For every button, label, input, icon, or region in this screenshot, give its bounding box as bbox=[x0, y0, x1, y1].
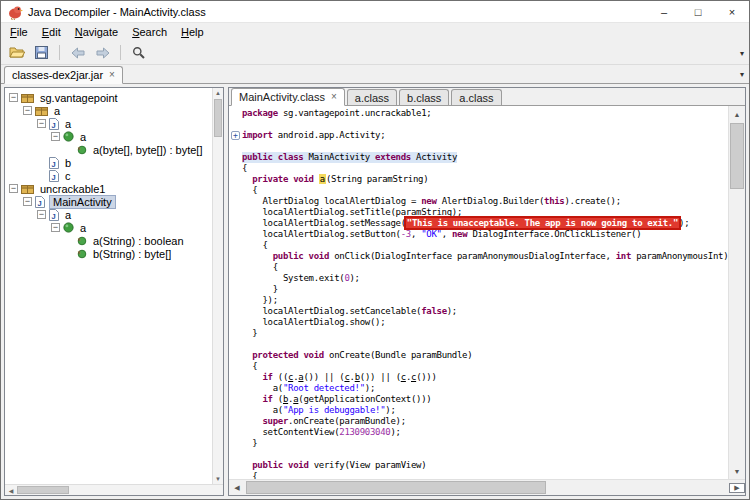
package-icon bbox=[21, 184, 34, 194]
scroll-up-icon[interactable]: ▲ bbox=[213, 90, 223, 96]
fold-toggle-icon[interactable]: + bbox=[231, 131, 240, 140]
tree-node-a[interactable]: −a bbox=[5, 104, 212, 117]
code-text: import android.app.Activity; bbox=[242, 130, 385, 141]
code-text: setContentView(2130903040); bbox=[242, 427, 401, 438]
toolbar-separator bbox=[120, 45, 121, 60]
editor-tab-a-class-1[interactable]: a.class bbox=[347, 89, 397, 105]
jar-tab[interactable]: classes-dex2jar.jar × bbox=[4, 66, 123, 84]
collapse-toggle-icon[interactable]: − bbox=[37, 210, 46, 219]
collapse-toggle-icon[interactable]: − bbox=[23, 197, 32, 206]
collapse-toggle-icon[interactable]: − bbox=[23, 106, 32, 115]
code-line-17: } bbox=[229, 284, 728, 295]
minimize-button[interactable]: – bbox=[647, 1, 681, 22]
package-icon bbox=[21, 93, 34, 103]
title-bar: Java Decompiler - MainActivity.class – □… bbox=[1, 1, 749, 23]
code-text: a("Root detected!"); bbox=[242, 383, 375, 394]
tree-scroll-thumb[interactable] bbox=[214, 99, 222, 137]
forward-icon[interactable] bbox=[91, 43, 114, 63]
menu-edit[interactable]: Edit bbox=[35, 24, 68, 40]
svg-text:J: J bbox=[51, 120, 55, 129]
code-line-2 bbox=[229, 119, 728, 130]
code-horizontal-scrollbar[interactable]: ◀ ▶ bbox=[229, 479, 745, 495]
fold-gutter bbox=[229, 218, 242, 229]
open-folder-icon[interactable] bbox=[5, 43, 28, 63]
tree-horizontal-scrollbar[interactable]: ◀ bbox=[5, 484, 223, 495]
collapse-toggle-icon[interactable]: − bbox=[51, 223, 60, 232]
code-text: super.onCreate(paramBundle); bbox=[242, 416, 406, 427]
package-tree: −sg.vantagepoint−a−Ja−asa(byte[], byte[]… bbox=[5, 88, 212, 484]
tree-node-c[interactable]: Jc bbox=[5, 169, 212, 182]
svg-text:J: J bbox=[37, 198, 41, 207]
classfile-icon: J bbox=[49, 170, 59, 182]
collapse-toggle-icon[interactable]: − bbox=[9, 184, 18, 193]
editor-tab-mainactivity-class-0[interactable]: MainActivity.class× bbox=[231, 88, 345, 106]
fold-gutter bbox=[229, 339, 242, 350]
code-hscroll-thumb[interactable] bbox=[246, 481, 546, 494]
code-line-20: localAlertDialog.show(); bbox=[229, 317, 728, 328]
jar-tab-close-icon[interactable]: × bbox=[109, 70, 115, 80]
scroll-left-icon[interactable]: ◀ bbox=[6, 487, 16, 494]
code-line-1: package sg.vantagepoint.uncrackable1; bbox=[229, 108, 728, 119]
tree-node-mainactivity[interactable]: −JMainActivity bbox=[5, 195, 212, 208]
code-line-26: a("Root detected!"); bbox=[229, 383, 728, 394]
tree-node-b[interactable]: Jb bbox=[5, 156, 212, 169]
code-line-16: System.exit(0); bbox=[229, 273, 728, 284]
jar-bar-overflow-icon[interactable]: ▾ bbox=[740, 70, 744, 79]
code-text: localAlertDialog.show(); bbox=[242, 317, 385, 328]
editor-tab-a-class-3[interactable]: a.class bbox=[451, 89, 501, 105]
fold-gutter bbox=[229, 306, 242, 317]
tree-node-uncrackable1[interactable]: −uncrackable1 bbox=[5, 182, 212, 195]
tree-hscroll-thumb[interactable] bbox=[17, 486, 69, 494]
tree-node-a[interactable]: −a bbox=[5, 130, 212, 143]
fold-gutter bbox=[229, 394, 242, 405]
code-vertical-scrollbar[interactable]: ▲ ▼ bbox=[728, 106, 745, 479]
tree-node-a[interactable]: −Ja bbox=[5, 117, 212, 130]
code-line-3: +import android.app.Activity; bbox=[229, 130, 728, 141]
scroll-right-icon[interactable]: ▶ bbox=[729, 483, 745, 493]
tree-node-b-string-byte[interactable]: sb(String) : byte[] bbox=[5, 247, 212, 260]
tree-vertical-scrollbar[interactable]: ▲ ▼ bbox=[212, 88, 223, 484]
tree-node-a[interactable]: −a bbox=[5, 221, 212, 234]
collapse-toggle-icon[interactable]: − bbox=[37, 119, 46, 128]
fold-gutter bbox=[229, 405, 242, 416]
editor-tab-bar: MainActivity.class×a.classb.classa.class bbox=[229, 88, 745, 106]
menu-navigate[interactable]: Navigate bbox=[68, 24, 125, 40]
tree-node-label: sg.vantagepoint bbox=[38, 92, 120, 104]
tree-node-a[interactable]: −Ja bbox=[5, 208, 212, 221]
red-annotation-highlight: "This is unacceptable. The app is now go… bbox=[406, 218, 679, 228]
menu-help[interactable]: Help bbox=[174, 24, 211, 40]
code-line-7: private void a(String paramString) bbox=[229, 174, 728, 185]
save-icon[interactable] bbox=[30, 43, 53, 63]
editor-tab-label: MainActivity.class bbox=[239, 91, 325, 103]
code-text: AlertDialog localAlertDialog = new Alert… bbox=[242, 196, 621, 207]
maximize-button[interactable]: □ bbox=[681, 1, 715, 22]
fold-gutter bbox=[229, 295, 242, 306]
toolbar-overflow-icon[interactable]: ▾ bbox=[740, 48, 744, 57]
scroll-left-icon[interactable]: ◀ bbox=[229, 484, 245, 492]
main-area: −sg.vantagepoint−a−Ja−asa(byte[], byte[]… bbox=[1, 84, 749, 499]
code-text: System.exit(0); bbox=[242, 273, 360, 284]
collapse-toggle-icon[interactable]: − bbox=[9, 93, 18, 102]
collapse-toggle-icon[interactable]: − bbox=[51, 132, 60, 141]
tree-node-a-byte-byte-byte[interactable]: sa(byte[], byte[]) : byte[] bbox=[5, 143, 212, 156]
tree-node-sg-vantagepoint[interactable]: −sg.vantagepoint bbox=[5, 91, 212, 104]
search-icon[interactable] bbox=[127, 43, 150, 63]
tree-node-a-string-boolean[interactable]: sa(String) : boolean bbox=[5, 234, 212, 247]
scroll-down-icon[interactable]: ▼ bbox=[213, 476, 223, 482]
menu-search[interactable]: Search bbox=[125, 24, 174, 40]
menu-file[interactable]: File bbox=[3, 24, 35, 40]
tab-close-icon[interactable]: × bbox=[331, 92, 337, 102]
fold-gutter bbox=[229, 438, 242, 449]
back-icon[interactable] bbox=[66, 43, 89, 63]
close-button[interactable]: × bbox=[715, 1, 749, 22]
code-vscroll-thumb[interactable] bbox=[730, 123, 744, 189]
fold-gutter bbox=[229, 240, 242, 251]
source-panel: MainActivity.class×a.classb.classa.class… bbox=[228, 87, 746, 496]
code-text: } bbox=[242, 328, 257, 339]
code-line-30: setContentView(2130903040); bbox=[229, 427, 728, 438]
code-text: package sg.vantagepoint.uncrackable1; bbox=[242, 108, 431, 119]
scroll-up-icon[interactable]: ▲ bbox=[729, 106, 745, 122]
editor-tab-b-class-2[interactable]: b.class bbox=[399, 89, 449, 105]
scroll-down-icon[interactable]: ▼ bbox=[729, 463, 745, 479]
code-line-10: localAlertDialog.setTitle(paramString); bbox=[229, 207, 728, 218]
